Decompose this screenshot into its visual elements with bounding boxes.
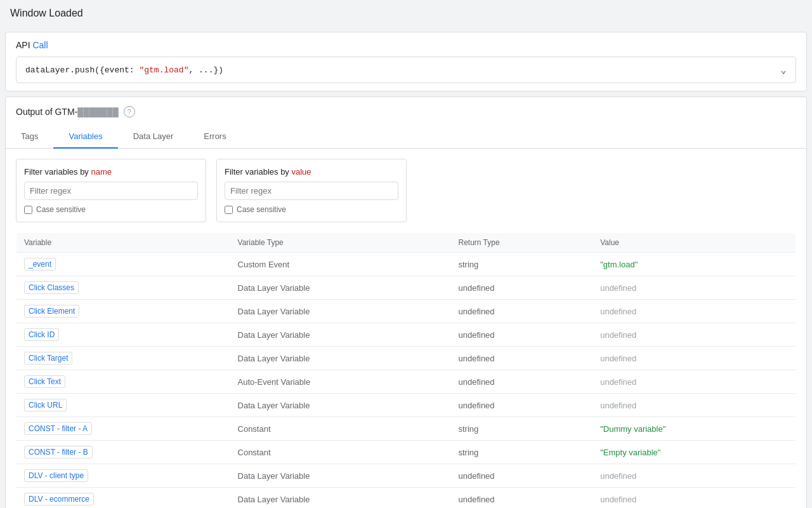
table-cell-value: undefined <box>593 394 796 417</box>
variable-tag[interactable]: CONST - filter - A <box>24 422 92 435</box>
help-icon[interactable]: ? <box>124 106 135 117</box>
col-value: Value <box>593 233 796 253</box>
code-prefix: dataLayer.push({event: <box>25 65 139 75</box>
filter-value-case-sensitive-label: Case sensitive <box>237 205 286 214</box>
table-cell-type: Data Layer Variable <box>230 394 451 417</box>
table-row: CONST - filter - BConstantstring"Empty v… <box>16 441 796 464</box>
code-suffix: , ...}) <box>188 65 223 75</box>
table-cell-type: Data Layer Variable <box>230 488 451 509</box>
filter-by-name-input[interactable] <box>24 182 198 200</box>
filter-by-value-box: Filter variables by value Case sensitive <box>216 159 407 222</box>
table-row: CONST - filter - AConstantstring"Dummy v… <box>16 417 796 441</box>
code-text: dataLayer.push({event: "gtm.load", ...}) <box>25 65 223 75</box>
variable-tag[interactable]: Click Target <box>24 352 72 364</box>
tab-data-layer[interactable]: Data Layer <box>118 125 189 149</box>
filter-by-value-input[interactable] <box>225 182 398 200</box>
table-cell-value: undefined <box>593 464 796 488</box>
output-header: Output of GTM-███████ ? <box>6 97 806 117</box>
variable-tag[interactable]: Click URL <box>24 399 67 411</box>
filter-value-case-sensitive-row: Case sensitive <box>225 205 398 214</box>
table-cell-return-type: undefined <box>450 464 593 488</box>
variable-tag[interactable]: Click Classes <box>24 281 79 294</box>
table-cell-type: Auto-Event Variable <box>230 370 451 394</box>
table-cell-variable: Click Element <box>16 300 230 323</box>
variables-table: Variable Variable Type Return Type Value… <box>16 232 796 508</box>
variable-tag[interactable]: Click Text <box>24 375 65 388</box>
table-cell-variable: Click ID <box>16 323 230 347</box>
expand-chevron-icon[interactable]: ⌄ <box>780 64 787 76</box>
table-cell-type: Constant <box>230 441 451 464</box>
tabs-bar: Tags Variables Data Layer Errors <box>6 125 806 149</box>
filter-name-case-sensitive-row: Case sensitive <box>24 205 198 214</box>
table-header-row: Variable Variable Type Return Type Value <box>16 233 796 253</box>
code-event-string: "gtm.load" <box>139 65 188 75</box>
table-cell-variable: CONST - filter - B <box>16 441 230 464</box>
table-cell-value: "gtm.load" <box>593 253 796 276</box>
table-header: Variable Variable Type Return Type Value <box>16 233 796 253</box>
filter-name-highlight: name <box>91 167 112 177</box>
page-header: Window Loaded <box>0 0 812 27</box>
table-cell-variable: _event <box>16 253 230 276</box>
table-row: Click URLData Layer Variableundefinedund… <box>16 394 796 417</box>
table-cell-variable: Click URL <box>16 394 230 417</box>
table-cell-type: Constant <box>230 417 451 441</box>
tab-tags[interactable]: Tags <box>6 125 53 149</box>
table-cell-value: undefined <box>593 370 796 394</box>
table-cell-return-type: undefined <box>450 394 593 417</box>
table-row: Click TextAuto-Event Variableundefinedun… <box>16 370 796 394</box>
table-cell-type: Data Layer Variable <box>230 323 451 347</box>
tab-variables[interactable]: Variables <box>53 125 117 149</box>
filter-value-case-sensitive-checkbox[interactable] <box>225 206 233 214</box>
table-cell-type: Data Layer Variable <box>230 300 451 323</box>
table-cell-value: undefined <box>593 347 796 370</box>
table-cell-type: Data Layer Variable <box>230 464 451 488</box>
variable-tag[interactable]: Click Element <box>24 305 79 318</box>
table-cell-return-type: undefined <box>450 300 593 323</box>
table-row: DLV - ecommerceData Layer Variableundefi… <box>16 488 796 509</box>
table-cell-type: Custom Event <box>230 253 451 276</box>
col-variable-type: Variable Type <box>230 233 451 253</box>
table-cell-return-type: undefined <box>450 488 593 509</box>
variable-tag[interactable]: _event <box>24 258 56 271</box>
table-cell-value: undefined <box>593 488 796 509</box>
table-cell-return-type: undefined <box>450 323 593 347</box>
api-call-card: API Call dataLayer.push({event: "gtm.loa… <box>5 32 807 91</box>
tab-errors[interactable]: Errors <box>188 125 241 149</box>
table-cell-type: Data Layer Variable <box>230 347 451 370</box>
gtm-id: ███████ <box>77 107 118 117</box>
table-cell-return-type: undefined <box>450 276 593 300</box>
variable-tag[interactable]: Click ID <box>24 328 59 341</box>
api-call-title-highlight: Call <box>32 40 48 50</box>
table-cell-return-type: undefined <box>450 370 593 394</box>
table-cell-variable: DLV - client type <box>16 464 230 488</box>
api-call-section: API Call dataLayer.push({event: "gtm.loa… <box>6 32 806 91</box>
table-cell-value: "Dummy variable" <box>593 417 796 441</box>
variable-tag[interactable]: CONST - filter - B <box>24 446 93 458</box>
output-title: Output of GTM-███████ <box>16 107 119 117</box>
table-row: DLV - client typeData Layer Variableunde… <box>16 464 796 488</box>
table-cell-value: "Empty variable" <box>593 441 796 464</box>
table-cell-variable: DLV - ecommerce <box>16 488 230 509</box>
filter-by-name-title: Filter variables by name <box>24 167 198 177</box>
table-row: Click TargetData Layer Variableundefined… <box>16 347 796 370</box>
table-cell-value: undefined <box>593 276 796 300</box>
table-row: Click IDData Layer Variableundefinedunde… <box>16 323 796 347</box>
variable-tag[interactable]: DLV - ecommerce <box>24 493 94 505</box>
table-cell-variable: Click Text <box>16 370 230 394</box>
code-block[interactable]: dataLayer.push({event: "gtm.load", ...})… <box>16 57 796 83</box>
table-cell-variable: Click Classes <box>16 276 230 300</box>
filter-by-value-title: Filter variables by value <box>225 167 398 177</box>
table-cell-return-type: string <box>450 417 593 441</box>
table-cell-variable: CONST - filter - A <box>16 417 230 441</box>
col-variable: Variable <box>16 233 230 253</box>
filter-name-case-sensitive-checkbox[interactable] <box>24 206 32 214</box>
table-cell-type: Data Layer Variable <box>230 276 451 300</box>
col-return-type: Return Type <box>450 233 593 253</box>
table-row: Click ClassesData Layer Variableundefine… <box>16 276 796 300</box>
filter-value-highlight: value <box>291 167 311 177</box>
variable-tag[interactable]: DLV - client type <box>24 469 88 482</box>
variables-tab-content: Filter variables by name Case sensitive … <box>6 149 806 508</box>
table-cell-return-type: undefined <box>450 347 593 370</box>
table-row: Click ElementData Layer Variableundefine… <box>16 300 796 323</box>
table-cell-return-type: string <box>450 253 593 276</box>
